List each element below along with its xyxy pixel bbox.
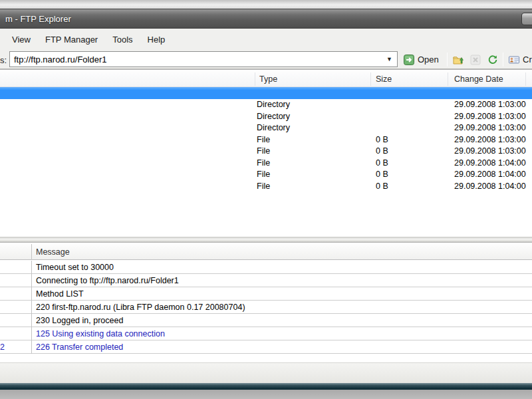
file-row[interactable]: Directory29.09.2008 1:03:00	[0, 99, 532, 111]
menu-ftp-manager[interactable]: FTP Manager	[38, 32, 105, 47]
menu-help[interactable]: Help	[140, 32, 173, 47]
desktop-background-top	[0, 0, 532, 9]
log-cell-message: 220 first-ftp.narod.ru (Libra FTP daemon…	[36, 303, 245, 312]
file-row[interactable]: File0 B29.09.2008 1:04:00	[0, 169, 532, 181]
file-cell-type: Directory	[257, 123, 290, 132]
file-cell-date: 29.09.2008 1:03:00	[454, 146, 526, 156]
file-cell-type: Directory	[257, 112, 290, 121]
file-row[interactable]: Directory29.09.2008 1:03:00	[0, 110, 532, 122]
file-cell-size: 0 B	[376, 158, 388, 168]
log-row[interactable]: Timeout set to 30000	[0, 261, 532, 274]
file-row-selected[interactable]	[0, 87, 532, 99]
file-cell-type: File	[257, 182, 270, 191]
status-bar	[0, 362, 532, 383]
log-row[interactable]: 2226 Transfer completed	[0, 340, 532, 354]
file-cell-date: 29.09.2008 1:03:00	[454, 112, 526, 121]
column-header-change-date[interactable]: Change Date	[454, 74, 503, 84]
menu-bar: View FTP Manager Tools Help	[0, 29, 532, 50]
file-cell-date: 29.09.2008 1:04:00	[454, 170, 526, 179]
log-cell-left	[0, 301, 32, 314]
log-row[interactable]: Connecting to ftp://ftp.narod.ru/Folder1	[0, 274, 532, 287]
create-button[interactable]: Cr	[505, 51, 532, 68]
cancel-icon	[470, 55, 481, 65]
file-cell-size: 0 B	[376, 182, 388, 191]
create-label: Cr	[523, 55, 532, 65]
file-row[interactable]: File0 B29.09.2008 1:04:00	[0, 157, 532, 169]
toolbar-separator	[503, 53, 503, 66]
log-cell-left	[0, 314, 32, 327]
file-cell-type: File	[257, 170, 270, 179]
file-cell-date: 29.09.2008 1:03:00	[454, 135, 526, 144]
log-cell-left-fragment: 2	[0, 342, 5, 352]
log-row[interactable]: Method LIST	[0, 287, 532, 301]
file-cell-date: 29.09.2008 1:04:00	[454, 158, 526, 168]
contact-card-icon	[509, 55, 519, 65]
address-label: s:	[0, 55, 7, 65]
file-list: Type Size Change Date Directory29.09.200…	[0, 70, 532, 237]
log-cell-message: 230 Logged in, proceed	[36, 316, 123, 325]
log-cell-message: Connecting to ftp://ftp.narod.ru/Folder1	[36, 276, 179, 285]
file-cell-type: File	[257, 135, 270, 144]
screen: m - FTP Explorer View FTP Manager Tools …	[0, 0, 532, 399]
file-cell-date: 29.09.2008 1:03:00	[454, 123, 526, 132]
dropdown-arrow-icon[interactable]: ▼	[386, 56, 392, 63]
refresh-icon	[487, 55, 498, 65]
file-cell-date: 29.09.2008 1:04:00	[454, 182, 526, 191]
file-list-header[interactable]: Type Size Change Date	[0, 71, 532, 87]
file-row[interactable]: File0 B29.09.2008 1:04:00	[0, 180, 532, 192]
up-folder-button[interactable]	[450, 51, 467, 68]
cancel-button	[467, 51, 484, 68]
minimize-button[interactable]	[521, 13, 532, 25]
refresh-button[interactable]	[484, 51, 501, 68]
log-cell-left	[0, 327, 32, 340]
column-header-message[interactable]: Message	[36, 247, 70, 257]
column-header-size[interactable]: Size	[376, 74, 392, 84]
log-cell-message: 125 Using existing data connection	[36, 329, 165, 338]
window-title: m - FTP Explorer	[5, 14, 71, 24]
address-toolbar: s: ftp://ftp.narod.ru/Folder1 ▼ Open	[0, 50, 532, 69]
address-combobox[interactable]: ftp://ftp.narod.ru/Folder1 ▼	[9, 51, 398, 67]
file-rows: Directory29.09.2008 1:03:00Directory29.0…	[0, 87, 532, 192]
window-titlebar[interactable]: m - FTP Explorer	[0, 9, 532, 29]
menu-view[interactable]: View	[5, 32, 38, 47]
file-row[interactable]: File0 B29.09.2008 1:03:00	[0, 146, 532, 158]
file-cell-type: Directory	[257, 100, 290, 109]
log-row[interactable]: 230 Logged in, proceed	[0, 314, 532, 327]
open-button[interactable]: Open	[400, 51, 442, 68]
log-cell-message: 226 Transfer completed	[36, 342, 123, 352]
log-cell-left: 2	[0, 340, 32, 354]
open-label: Open	[418, 55, 439, 65]
address-value[interactable]: ftp://ftp.narod.ru/Folder1	[14, 55, 106, 65]
log-cell-message: Timeout set to 30000	[36, 263, 114, 272]
file-cell-type: File	[257, 158, 270, 168]
file-cell-size: 0 B	[376, 135, 388, 144]
file-row[interactable]: File0 B29.09.2008 1:03:00	[0, 134, 532, 146]
menu-tools[interactable]: Tools	[105, 32, 140, 47]
file-cell-type: File	[257, 146, 270, 156]
log-row[interactable]: 220 first-ftp.narod.ru (Libra FTP daemon…	[0, 301, 532, 314]
log-cell-left	[0, 274, 32, 287]
log-row[interactable]: 125 Using existing data connection	[0, 327, 532, 340]
log-column-left	[0, 244, 32, 260]
log-cell-left	[0, 287, 32, 301]
file-row[interactable]: Directory29.09.2008 1:03:00	[0, 122, 532, 134]
folder-up-icon	[453, 55, 464, 65]
log-header[interactable]: Message	[0, 244, 532, 260]
file-cell-size: 0 B	[376, 170, 388, 179]
log-cell-left	[0, 261, 32, 274]
file-cell-date: 29.09.2008 1:03:00	[454, 100, 526, 109]
log-rows: Timeout set to 30000Connecting to ftp://…	[0, 261, 532, 354]
log-cell-message: Method LIST	[36, 289, 84, 299]
window-bottom-border	[0, 383, 532, 390]
open-icon	[404, 55, 414, 65]
file-cell-size: 0 B	[376, 146, 388, 156]
toolbar-separator	[447, 53, 448, 66]
log-panel: Message Timeout set to 30000Connecting t…	[0, 243, 532, 362]
splitter-handle[interactable]	[0, 237, 532, 243]
desktop-background-bottom	[0, 390, 532, 399]
column-header-type[interactable]: Type	[259, 74, 277, 84]
